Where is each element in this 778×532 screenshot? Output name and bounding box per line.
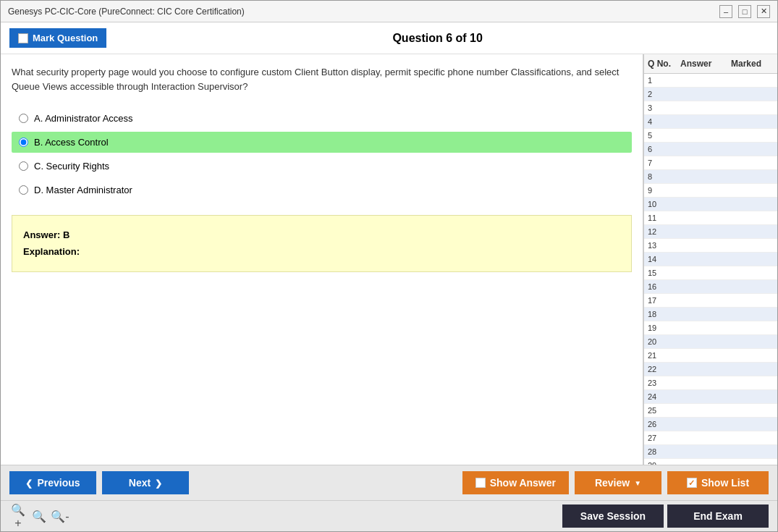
sidebar-cell-qno: 15 <box>644 269 677 277</box>
zoom-bar: 🔍+ 🔍 🔍- Save Session End Exam <box>1 500 777 531</box>
sidebar-row[interactable]: 17 <box>644 294 777 308</box>
sidebar-cell-qno: 5 <box>644 131 677 140</box>
sidebar-row[interactable]: 22 <box>644 363 777 376</box>
zoom-reset-button[interactable]: 🔍 <box>30 507 48 525</box>
sidebar-row[interactable]: 18 <box>644 308 777 321</box>
save-session-button[interactable]: Save Session <box>562 504 664 528</box>
sidebar-row[interactable]: 15 <box>644 266 777 280</box>
option-c-label: C. Security Rights <box>34 161 109 172</box>
sidebar-row[interactable]: 28 <box>644 445 777 459</box>
sidebar-cell-qno: 26 <box>644 420 677 428</box>
radio-b[interactable] <box>19 138 28 147</box>
option-b[interactable]: B. Access Control <box>12 132 632 153</box>
sidebar-cell-qno: 7 <box>644 159 677 167</box>
sidebar-cell-qno: 3 <box>644 104 677 112</box>
show-answer-checkbox-icon <box>475 478 486 488</box>
answer-label: Answer: B <box>23 229 69 240</box>
radio-d[interactable] <box>19 185 28 195</box>
show-answer-label: Show Answer <box>490 477 556 489</box>
sidebar-cell-qno: 4 <box>644 117 677 126</box>
sidebar-cell-qno: 22 <box>644 365 677 373</box>
sidebar-row[interactable]: 23 <box>644 376 777 390</box>
radio-c[interactable] <box>19 161 28 171</box>
sidebar-cell-qno: 19 <box>644 324 677 332</box>
sidebar-row[interactable]: 8 <box>644 170 777 184</box>
review-button[interactable]: Review ▼ <box>575 471 661 494</box>
show-answer-button[interactable]: Show Answer <box>462 471 569 494</box>
question-panel: What security property page would you ch… <box>1 54 643 465</box>
review-label: Review <box>595 477 630 489</box>
sidebar-row[interactable]: 11 <box>644 211 777 225</box>
sidebar-cell-qno: 28 <box>644 447 677 456</box>
sidebar-row[interactable]: 6 <box>644 143 777 156</box>
maximize-button[interactable]: □ <box>738 5 751 18</box>
show-list-checkbox-icon: ✓ <box>687 478 697 488</box>
sidebar-cell-qno: 23 <box>644 379 677 387</box>
sidebar-row[interactable]: 1 <box>644 74 777 88</box>
sidebar-row[interactable]: 10 <box>644 198 777 211</box>
zoom-in-button[interactable]: 🔍+ <box>9 507 27 525</box>
minimize-button[interactable]: – <box>719 5 732 18</box>
option-d[interactable]: D. Master Administrator <box>12 180 632 200</box>
mark-checkbox-icon <box>18 33 28 43</box>
question-title: Question 6 of 10 <box>106 32 769 45</box>
sidebar-row[interactable]: 7 <box>644 156 777 170</box>
next-arrow-icon <box>155 477 162 489</box>
option-a-label: A. Administrator Access <box>34 113 133 124</box>
sidebar-cell-qno: 9 <box>644 186 677 195</box>
review-dropdown-icon: ▼ <box>634 479 641 487</box>
sidebar: Q No. Answer Marked 1 2 3 4 5 <box>643 54 777 465</box>
sidebar-cell-qno: 20 <box>644 337 677 346</box>
zoom-out-button[interactable]: 🔍- <box>51 507 69 525</box>
window-title: Genesys PC-CIC-Core (PureConnect: CIC Co… <box>8 7 245 17</box>
sidebar-row[interactable]: 19 <box>644 321 777 335</box>
sidebar-cell-qno: 25 <box>644 406 677 415</box>
sidebar-row[interactable]: 21 <box>644 349 777 363</box>
radio-a[interactable] <box>19 114 28 123</box>
sidebar-cell-qno: 14 <box>644 255 677 263</box>
sidebar-header-answer: Answer <box>677 57 727 70</box>
sidebar-row[interactable]: 9 <box>644 184 777 198</box>
top-bar: Mark Question Question 6 of 10 <box>1 22 777 54</box>
sidebar-row[interactable]: 16 <box>644 280 777 294</box>
sidebar-row[interactable]: 2 <box>644 88 777 101</box>
content-area: Mark Question Question 6 of 10 What secu… <box>1 22 777 531</box>
mark-question-label: Mark Question <box>33 33 98 43</box>
sidebar-header: Q No. Answer Marked <box>644 54 777 74</box>
previous-arrow-icon <box>25 477 33 489</box>
answer-box: Answer: B Explanation: <box>12 215 632 272</box>
sidebar-row[interactable]: 24 <box>644 390 777 404</box>
sidebar-row[interactable]: 14 <box>644 253 777 266</box>
sidebar-cell-qno: 1 <box>644 76 677 85</box>
sidebar-row[interactable]: 25 <box>644 404 777 418</box>
show-list-label: Show List <box>701 477 749 489</box>
sidebar-row[interactable]: 26 <box>644 418 777 431</box>
save-session-label: Save Session <box>580 510 646 522</box>
end-exam-button[interactable]: End Exam <box>667 504 769 528</box>
sidebar-row[interactable]: 12 <box>644 225 777 239</box>
option-a[interactable]: A. Administrator Access <box>12 108 632 129</box>
option-d-label: D. Master Administrator <box>34 185 132 195</box>
sidebar-row[interactable]: 5 <box>644 129 777 143</box>
sidebar-row[interactable]: 20 <box>644 335 777 349</box>
sidebar-cell-qno: 13 <box>644 241 677 250</box>
option-c[interactable]: C. Security Rights <box>12 156 632 177</box>
sidebar-cell-qno: 12 <box>644 227 677 236</box>
sidebar-header-qno: Q No. <box>644 57 677 70</box>
sidebar-row[interactable]: 27 <box>644 431 777 445</box>
sidebar-cell-qno: 2 <box>644 90 677 98</box>
sidebar-row[interactable]: 4 <box>644 115 777 129</box>
sidebar-cell-qno: 24 <box>644 392 677 401</box>
title-bar: Genesys PC-CIC-Core (PureConnect: CIC Co… <box>1 1 777 22</box>
close-button[interactable]: ✕ <box>757 5 770 18</box>
sidebar-row[interactable]: 3 <box>644 101 777 115</box>
next-button[interactable]: Next <box>102 471 189 494</box>
sidebar-list[interactable]: 1 2 3 4 5 6 7 8 <box>644 74 777 465</box>
previous-button[interactable]: Previous <box>9 471 96 494</box>
show-list-button[interactable]: ✓ Show List <box>667 471 769 494</box>
sidebar-row[interactable]: 13 <box>644 239 777 253</box>
option-b-label: B. Access Control <box>34 137 109 148</box>
mark-question-button[interactable]: Mark Question <box>9 28 106 48</box>
options-list: A. Administrator Access B. Access Contro… <box>12 108 632 200</box>
sidebar-row[interactable]: 29 <box>644 459 777 465</box>
